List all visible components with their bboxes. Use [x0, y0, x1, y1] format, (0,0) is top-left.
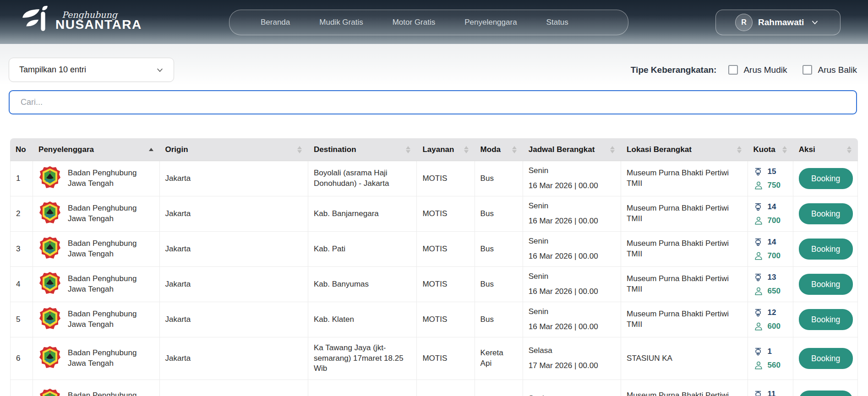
cell-penyelenggara: Badan Penghubung Jawa Tengah: [33, 161, 159, 196]
cell-layanan: MOTIS: [417, 161, 475, 196]
cell-lokasi: Museum Purna Bhakti Pertiwi TMII: [621, 380, 748, 396]
top-navbar: Penghubung NUSANTARA Beranda Mudik Grati…: [0, 0, 868, 44]
sort-icon: [847, 146, 852, 153]
cell-aksi: Booking: [793, 196, 858, 232]
column-header-no: No: [10, 138, 33, 161]
brand-name: NUSANTARA: [55, 18, 142, 31]
column-label: Lokasi Berangkat: [627, 145, 692, 154]
motorcycle-icon: [753, 167, 764, 177]
cell-kuota: 13 650: [748, 267, 793, 302]
departure-date: 16 Mar 2026 | 00.00: [529, 216, 614, 227]
checkbox-icon[interactable]: [802, 65, 812, 75]
cell-jadwal: Senin 16 Mar 2026 | 00.00: [523, 161, 621, 196]
entries-select[interactable]: Tampilkan 10 entri: [9, 58, 174, 82]
column-header-layanan[interactable]: Layanan: [417, 138, 475, 161]
booking-button[interactable]: Booking: [799, 348, 853, 369]
cell-destination: Ka Tawang Jaya (jkt-semarang) 17maret 18…: [308, 337, 417, 380]
booking-button[interactable]: Booking: [799, 168, 853, 189]
cell-no: 3: [10, 232, 33, 267]
jawa-tengah-crest-icon: [38, 236, 61, 262]
column-label: No: [16, 145, 26, 154]
person-quota-value: 600: [768, 321, 781, 332]
cell-layanan: MOTIS: [417, 337, 475, 380]
cell-aksi: Booking: [793, 161, 858, 196]
departure-date: 16 Mar 2026 | 00.00: [529, 287, 614, 297]
cell-no: 4: [10, 267, 33, 302]
nav-item-mudik-gratis[interactable]: Mudik Gratis: [319, 18, 363, 27]
column-header-destination[interactable]: Destination: [308, 138, 417, 161]
motor-quota-value: 13: [768, 272, 776, 283]
cell-no: 6: [10, 337, 33, 380]
person-quota-value: 750: [768, 180, 781, 191]
departure-date: 16 Mar 2026 | 00.00: [529, 251, 614, 262]
person-quota-value: 650: [768, 286, 781, 297]
sort-icon: [406, 146, 410, 153]
checkbox-icon[interactable]: [728, 65, 738, 75]
cell-aksi: Booking: [793, 267, 858, 302]
cell-origin: Jakarta: [160, 196, 309, 232]
departure-day: Senin: [529, 271, 614, 282]
cell-lokasi: STASIUN KA: [621, 337, 748, 380]
nav-item-beranda[interactable]: Beranda: [261, 18, 290, 27]
cell-penyelenggara: Badan Penghubung Jawa Tengah: [33, 196, 159, 232]
brand-logo[interactable]: Penghubung NUSANTARA: [21, 5, 142, 36]
motor-quota-value: 12: [768, 308, 776, 318]
schedule-table-wrap: NoPenyelenggaraOriginDestinationLayananM…: [10, 138, 858, 396]
sort-icon: [297, 146, 302, 153]
person-icon: [753, 321, 764, 331]
departure-type-filter: Tipe Keberangkatan: Arus Mudik Arus Bali…: [631, 65, 857, 75]
entries-select-value: Tampilkan 10 entri: [19, 65, 86, 75]
column-header-penyelenggara[interactable]: Penyelenggara: [33, 138, 159, 161]
checkbox-arus-balik[interactable]: Arus Balik: [802, 65, 857, 75]
cell-no: 5: [10, 302, 33, 337]
departure-day: Senin: [529, 166, 614, 176]
departure-date: 16 Mar 2026 | 00.00: [529, 181, 614, 191]
motor-quota-value: 11: [768, 389, 776, 396]
column-header-jadwal-berangkat[interactable]: Jadwal Berangkat: [523, 138, 621, 161]
sort-icon: [464, 146, 469, 153]
nav-item-motor-gratis[interactable]: Motor Gratis: [393, 18, 436, 27]
person-quota-value: 700: [768, 251, 781, 261]
column-header-lokasi-berangkat[interactable]: Lokasi Berangkat: [621, 138, 748, 161]
cell-kuota: 14 700: [748, 232, 793, 267]
table-row: 7 Badan Penghubung Jawa Tengah Senin: [10, 380, 858, 396]
cell-destination: Boyolali (asrama Haji Donohudan) - Jakar…: [308, 161, 417, 196]
sort-icon: [782, 146, 787, 153]
cell-layanan: MOTIS: [417, 232, 475, 267]
column-header-aksi[interactable]: Aksi: [793, 138, 858, 161]
user-name: Rahmawati: [758, 17, 804, 27]
cell-moda: [475, 380, 523, 396]
cell-kuota: 14 700: [748, 196, 793, 232]
jawa-tengah-crest-icon: [38, 271, 61, 297]
user-menu[interactable]: R Rahmawati: [715, 10, 841, 35]
person-quota-value: 700: [768, 216, 781, 226]
cell-origin: Jakarta: [160, 232, 309, 267]
cell-jadwal: Senin 16 Mar 2026 | 00.00: [523, 267, 621, 302]
booking-button[interactable]: Booking: [799, 239, 853, 260]
booking-button[interactable]: Booking: [799, 274, 853, 295]
booking-button[interactable]: Booking: [799, 203, 853, 224]
cell-moda: Bus: [475, 232, 523, 267]
cell-layanan: [417, 380, 475, 396]
cell-jadwal: Senin 16 Mar 2026 | 00.00: [523, 196, 621, 232]
booking-button[interactable]: Booking: [799, 391, 853, 396]
cell-kuota: 1 560: [748, 337, 793, 380]
motor-quota-value: 15: [768, 167, 776, 177]
cell-no: 2: [10, 196, 33, 232]
column-header-origin[interactable]: Origin: [160, 138, 309, 161]
checkbox-arus-mudik[interactable]: Arus Mudik: [728, 65, 787, 75]
motor-quota-value: 14: [768, 202, 776, 212]
person-icon: [753, 286, 764, 296]
cell-no: 1: [10, 161, 33, 196]
nav-item-penyelenggara[interactable]: Penyelenggara: [464, 18, 517, 27]
column-header-kuota[interactable]: Kuota: [748, 138, 793, 161]
cell-moda: Bus: [475, 267, 523, 302]
jawa-tengah-crest-icon: [38, 166, 61, 191]
search-input[interactable]: [9, 90, 857, 114]
jawa-tengah-crest-icon: [38, 307, 61, 332]
nav-item-status[interactable]: Status: [546, 18, 568, 27]
sort-icon: [512, 146, 517, 153]
column-header-moda[interactable]: Moda: [475, 138, 523, 161]
departure-day: Senin: [529, 236, 614, 247]
booking-button[interactable]: Booking: [799, 309, 853, 330]
